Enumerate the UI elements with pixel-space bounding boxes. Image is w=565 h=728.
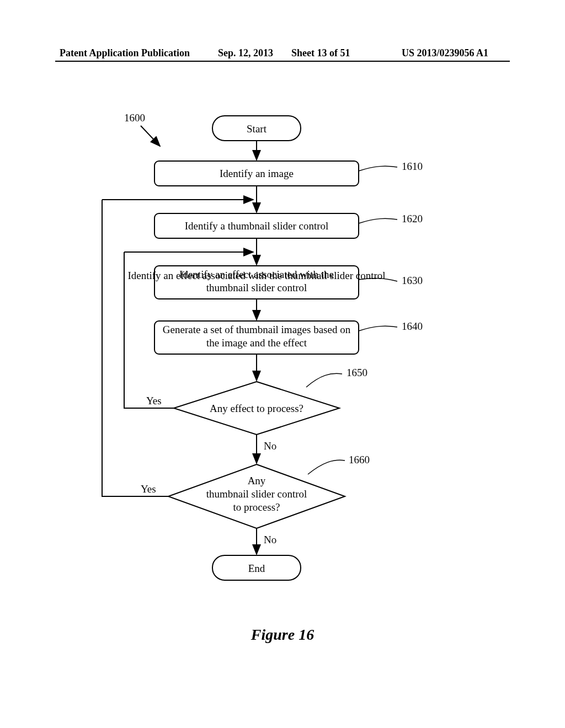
step-1620-text: Identify a thumbnail slider control — [185, 220, 329, 232]
leader-1650 — [306, 373, 342, 387]
step-1630-wrap: Identify an effect associated with the t… — [157, 268, 356, 295]
ref-1640: 1640 — [402, 320, 423, 332]
publication-type: Patent Application Publication — [60, 47, 190, 59]
ref-1620: 1620 — [402, 213, 423, 224]
leader-1620 — [359, 218, 397, 223]
label-1650-yes: Yes — [146, 395, 162, 406]
ref-1630: 1630 — [402, 275, 423, 286]
step-1640-wrap: Generate a set of thumbnail images based… — [157, 323, 356, 350]
label-1660-yes: Yes — [141, 483, 156, 495]
label-1650-no: No — [264, 440, 276, 452]
figure-caption: Figure 16 — [0, 626, 565, 644]
end-label: End — [248, 563, 265, 574]
header-rule — [55, 61, 510, 62]
leader-1660 — [308, 460, 345, 474]
decision-1660-l2: thumbnail slider control — [206, 488, 307, 500]
leader-1610 — [359, 166, 397, 171]
application-number: US 2013/0239056 A1 — [402, 47, 488, 59]
ref-1610: 1610 — [402, 160, 423, 172]
ref-1650: 1650 — [347, 367, 367, 378]
step-1610-text: Identify an image — [220, 168, 294, 179]
leader-1640 — [359, 326, 397, 331]
decision-1660-l1: Any — [248, 475, 266, 486]
decision-1660-l3: to process? — [233, 501, 280, 513]
start-label: Start — [247, 123, 267, 135]
ref-1600: 1600 — [124, 112, 145, 124]
label-1660-no: No — [264, 534, 276, 545]
ref-1600-arrow — [141, 126, 160, 146]
decision-1650-text: Any effect to process? — [210, 403, 303, 414]
publication-date: Sep. 12, 2013 — [218, 47, 273, 59]
sheet-number: Sheet 13 of 51 — [291, 47, 350, 59]
ref-1660: 1660 — [349, 454, 370, 465]
